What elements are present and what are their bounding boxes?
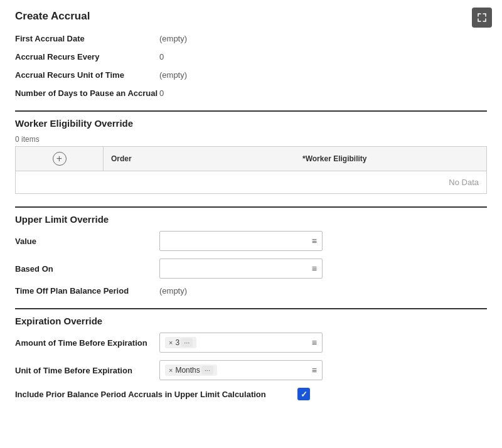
first-accrual-date-row: First Accrual Date (empty) bbox=[15, 34, 487, 43]
based-on-input-row: Based On ≡ bbox=[15, 259, 487, 279]
unit-of-time-row: Unit of Time Before Expiration × Months … bbox=[15, 360, 487, 380]
worker-eligibility-section-title: Worker Eligibility Override bbox=[15, 110, 487, 129]
amount-tag: × 3 ··· bbox=[165, 337, 196, 348]
amount-menu-icon[interactable]: ≡ bbox=[312, 338, 317, 348]
time-off-plan-value: (empty) bbox=[159, 286, 187, 296]
upper-limit-section-title: Upper Limit Override bbox=[15, 206, 487, 225]
include-prior-label: Include Prior Balance Period Accruals in… bbox=[15, 390, 297, 399]
number-of-days-row: Number of Days to Pause an Accrual 0 bbox=[15, 88, 487, 98]
include-prior-row: Include Prior Balance Period Accruals in… bbox=[15, 388, 487, 400]
first-accrual-date-value: (empty) bbox=[159, 34, 187, 43]
col-order: Order bbox=[104, 149, 295, 168]
value-menu-icon[interactable]: ≡ bbox=[312, 236, 317, 246]
amount-of-time-label: Amount of Time Before Expiration bbox=[15, 338, 159, 348]
unit-menu-icon[interactable]: ≡ bbox=[312, 365, 317, 375]
accrual-recurs-every-label: Accrual Recurs Every bbox=[15, 52, 159, 61]
amount-tag-dots[interactable]: ··· bbox=[181, 338, 193, 347]
number-of-days-value: 0 bbox=[159, 88, 164, 98]
amount-tag-close[interactable]: × bbox=[169, 339, 173, 346]
worker-eligibility-table: + Order *Worker Eligibility No Data bbox=[15, 146, 487, 194]
based-on-label: Based On bbox=[15, 264, 159, 274]
first-accrual-date-label: First Accrual Date bbox=[15, 34, 159, 43]
time-off-plan-row: Time Off Plan Balance Period (empty) bbox=[15, 286, 487, 296]
accrual-recurs-unit-row: Accrual Recurs Unit of Time (empty) bbox=[15, 70, 487, 80]
accrual-recurs-every-value: 0 bbox=[159, 52, 164, 61]
add-row-button[interactable]: + bbox=[53, 152, 67, 166]
based-on-menu-icon[interactable]: ≡ bbox=[312, 264, 317, 274]
value-input-row: Value ≡ bbox=[15, 231, 487, 251]
value-input[interactable]: ≡ bbox=[159, 231, 323, 251]
expiration-section-title: Expiration Override bbox=[15, 308, 487, 326]
unit-tag-dots[interactable]: ··· bbox=[201, 366, 213, 375]
amount-of-time-input[interactable]: × 3 ··· ≡ bbox=[159, 333, 323, 353]
table-header: + Order *Worker Eligibility bbox=[16, 147, 486, 171]
no-data-message: No Data bbox=[16, 171, 486, 193]
unit-of-time-input[interactable]: × Months ··· ≡ bbox=[159, 360, 323, 380]
amount-of-time-row: Amount of Time Before Expiration × 3 ···… bbox=[15, 333, 487, 353]
number-of-days-label: Number of Days to Pause an Accrual bbox=[15, 88, 159, 98]
expand-icon[interactable] bbox=[472, 8, 492, 28]
unit-tag-value: Months bbox=[175, 366, 200, 375]
amount-tag-value: 3 bbox=[175, 338, 179, 347]
page-title: Create Accrual bbox=[15, 10, 487, 23]
accrual-recurs-unit-value: (empty) bbox=[159, 70, 187, 80]
time-off-plan-label: Time Off Plan Balance Period bbox=[15, 286, 159, 296]
col-worker-eligibility: *Worker Eligibility bbox=[295, 149, 486, 168]
unit-tag-close[interactable]: × bbox=[169, 366, 173, 374]
unit-of-time-label: Unit of Time Before Expiration bbox=[15, 366, 159, 375]
value-text-input[interactable] bbox=[165, 237, 312, 246]
based-on-text-input[interactable] bbox=[165, 264, 312, 274]
value-label: Value bbox=[15, 237, 159, 246]
unit-tag: × Months ··· bbox=[165, 365, 217, 376]
items-count: 0 items bbox=[15, 135, 487, 144]
include-prior-checkbox[interactable] bbox=[297, 388, 310, 400]
accrual-recurs-unit-label: Accrual Recurs Unit of Time bbox=[15, 70, 159, 80]
table-add-cell: + bbox=[16, 147, 104, 171]
accrual-recurs-every-row: Accrual Recurs Every 0 bbox=[15, 52, 487, 61]
based-on-input[interactable]: ≡ bbox=[159, 259, 323, 279]
